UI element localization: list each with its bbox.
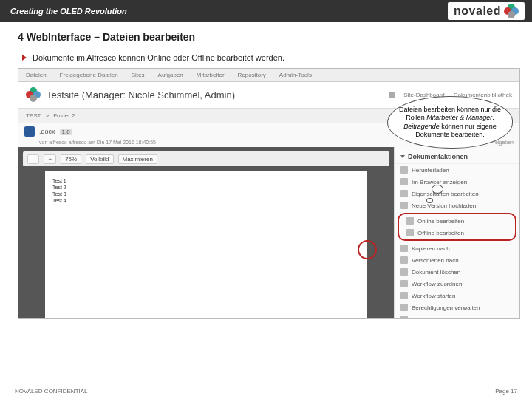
maximize-button[interactable]: Maximieren (118, 154, 157, 164)
action-label: Eigenschaften bearbeiten (412, 191, 479, 197)
bullet-text: Dokumente im Alfresco können Online oder… (33, 53, 284, 62)
app-top-menu: Dateien Freigegebene Dateien Sites Aufga… (18, 69, 519, 82)
action-label: Verschieben nach... (412, 257, 463, 264)
brand-mark-icon (504, 4, 519, 18)
file-name: .docx (39, 128, 55, 135)
action-copy[interactable]: Kopieren nach... (395, 242, 519, 254)
version-badge: 1.0 (60, 129, 72, 135)
preview-pane: – + 75% Vollbild Maximieren Test 1 Test … (18, 147, 394, 319)
fullscreen-button[interactable]: Vollbild (86, 154, 113, 164)
action-label: Online bearbeiten (417, 218, 464, 225)
actions-panel: Dokumentaktionen Herunterladen Im Browse… (394, 147, 519, 319)
workflow-start-icon (400, 292, 408, 299)
thought-tail-icon (426, 198, 433, 203)
permissions-icon (400, 304, 408, 311)
zoom-level[interactable]: 75% (61, 154, 81, 164)
footer-left: NOVALED CONFIDENTIAL (15, 388, 88, 395)
bullet-arrow-icon (22, 55, 27, 61)
zoom-out-button[interactable]: – (27, 154, 39, 164)
move-icon (400, 256, 408, 264)
action-label: Im Browser anzeigen (412, 179, 467, 185)
crumb-item[interactable]: Folder 2 (53, 112, 75, 119)
thought-tail-icon (432, 185, 443, 194)
menu-item[interactable]: Dateien (26, 72, 47, 78)
site-title: Testsite (Manager: Nicole Schimmel, Admi… (47, 89, 235, 100)
menu-item[interactable]: Admin-Tools (279, 72, 312, 78)
bullet-row: Dokumente im Alfresco können Online oder… (22, 53, 514, 62)
thought-text: . (492, 114, 494, 121)
action-move[interactable]: Verschieben nach... (395, 254, 519, 266)
zoom-in-button[interactable]: + (44, 154, 56, 164)
top-bar: Creating the OLED Revolution novaled (0, 0, 532, 22)
page-line: Test 4 (52, 198, 360, 203)
menu-item[interactable]: Freigegebene Dateien (60, 72, 118, 78)
footer-right: Page 17 (495, 388, 517, 395)
action-label: Kopieren nach... (412, 245, 454, 252)
tagline: Creating the OLED Revolution (10, 7, 127, 16)
action-browser-view[interactable]: Im Browser anzeigen (395, 176, 519, 188)
action-edit-props[interactable]: Eigenschaften bearbeiten (395, 188, 519, 200)
action-label: Manage Repository Permissions (412, 316, 497, 320)
modified-meta: von alfresco alfresco am Die 17 Mai 2016… (39, 140, 156, 145)
thought-em: Beitragende (403, 123, 440, 130)
brand-logo: novaled (448, 2, 525, 20)
repo-perms-icon (400, 316, 408, 319)
action-label: Berechtigungen verwalten (412, 304, 480, 311)
edit-online-icon (406, 217, 414, 225)
highlight-circle-icon (358, 240, 377, 259)
brand-text: novaled (454, 4, 501, 18)
thought-bubble: Dateien bearbeiten können nur die Rollen… (387, 96, 513, 149)
workflow-icon (400, 280, 408, 287)
action-label: Dokument löschen (412, 269, 460, 276)
action-edit-online[interactable]: Online bearbeiten (400, 215, 514, 227)
gear-icon[interactable] (389, 92, 395, 98)
edit-offline-icon (406, 229, 414, 236)
upload-icon (400, 202, 408, 209)
action-download[interactable]: Herunterladen (395, 164, 519, 176)
action-label: Offline bearbeiten (417, 230, 464, 236)
highlight-edit-actions: Online bearbeiten Offline bearbeiten (398, 213, 516, 241)
main-split: – + 75% Vollbild Maximieren Test 1 Test … (18, 147, 519, 319)
chevron-down-icon (400, 155, 405, 158)
slide-title: 4 WebInterface – Dateien bearbeiten (18, 31, 514, 43)
properties-icon (400, 190, 408, 197)
docx-file-icon (24, 126, 35, 137)
menu-item[interactable]: Mitarbeiter (197, 72, 225, 78)
download-icon (400, 166, 408, 174)
menu-item[interactable]: Aufgaben (158, 72, 183, 78)
action-label: Neue Version hochladen (412, 202, 476, 209)
crumb-sep: > (45, 112, 49, 119)
actions-header[interactable]: Dokumentaktionen (395, 150, 519, 164)
action-permissions[interactable]: Berechtigungen verwalten (395, 301, 519, 313)
menu-item[interactable]: Repository (238, 72, 266, 78)
copy-icon (400, 245, 408, 252)
action-upload-version[interactable]: Neue Version hochladen (395, 200, 519, 211)
action-label: Workflow zuordnen (412, 281, 462, 287)
browser-icon (400, 178, 408, 185)
slide-body: 4 WebInterface – Dateien bearbeiten Doku… (0, 22, 532, 319)
page-line: Test 2 (52, 185, 360, 190)
action-repo-perms[interactable]: Manage Repository Permissions (395, 313, 519, 319)
crumb-item[interactable]: TEST (26, 112, 41, 119)
page-line: Test 1 (52, 178, 360, 183)
thought-em: Mitarbeiter & Manager (426, 114, 492, 121)
document-page: Test 1 Test 2 Test 3 Test 4 (45, 171, 367, 319)
menu-item[interactable]: Sites (132, 72, 145, 78)
delete-icon (400, 268, 408, 276)
action-label: Workflow starten (412, 293, 455, 299)
preview-toolbar: – + 75% Vollbild Maximieren (23, 151, 389, 166)
action-edit-offline[interactable]: Offline bearbeiten (400, 227, 514, 239)
action-delete[interactable]: Dokument löschen (395, 266, 519, 278)
action-workflow-assign[interactable]: Workflow zuordnen (395, 278, 519, 290)
action-workflow-start[interactable]: Workflow starten (395, 290, 519, 301)
alfresco-logo-icon (26, 87, 42, 103)
action-label: Herunterladen (412, 167, 449, 174)
page-line: Test 3 (52, 191, 360, 197)
slide-footer: NOVALED CONFIDENTIAL Page 17 (0, 388, 532, 395)
actions-header-label: Dokumentaktionen (408, 153, 468, 160)
